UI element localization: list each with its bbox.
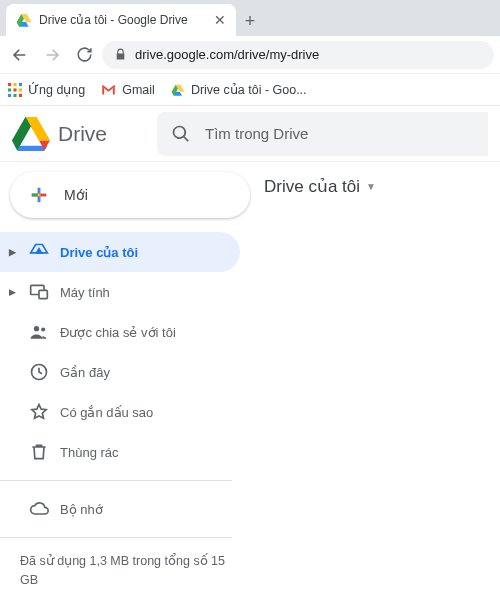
back-button[interactable] bbox=[6, 41, 34, 69]
chevron-down-icon: ▼ bbox=[366, 181, 376, 192]
close-tab-icon[interactable]: ✕ bbox=[214, 12, 226, 28]
svg-rect-5 bbox=[19, 88, 22, 91]
svg-point-11 bbox=[34, 326, 39, 331]
nav-label: Drive của tôi bbox=[60, 245, 228, 260]
url-text: drive.google.com/drive/my-drive bbox=[135, 47, 319, 62]
bookmark-gmail[interactable]: Gmail bbox=[101, 83, 155, 97]
gmail-label: Gmail bbox=[122, 83, 155, 97]
app-body: Mới ▶ Drive của tôi ▶ Máy tính bbox=[0, 162, 500, 591]
svg-rect-4 bbox=[13, 88, 16, 91]
plus-icon bbox=[26, 182, 52, 208]
drive-logo[interactable]: Drive bbox=[12, 117, 107, 151]
nav-label: Được chia sẻ với tôi bbox=[60, 325, 228, 340]
my-drive-icon bbox=[28, 242, 50, 262]
location-breadcrumb[interactable]: Drive của tôi ▼ bbox=[264, 176, 500, 197]
nav-label: Máy tính bbox=[60, 285, 228, 300]
storage-usage-text: Đã sử dụng 1,3 MB trong tổng số 15 GB bbox=[0, 546, 250, 590]
computers-icon bbox=[28, 282, 50, 302]
new-button[interactable]: Mới bbox=[10, 172, 250, 218]
nav-list: ▶ Drive của tôi ▶ Máy tính Được chia sẻ … bbox=[0, 232, 250, 472]
cloud-icon bbox=[28, 499, 50, 519]
drive-favicon bbox=[16, 12, 32, 28]
location-label: Drive của tôi bbox=[264, 176, 360, 197]
separator bbox=[0, 537, 232, 538]
bookmark-drive[interactable]: Drive của tôi - Goo... bbox=[171, 82, 307, 97]
nav-recent[interactable]: Gần đây bbox=[0, 352, 240, 392]
main-content: Drive của tôi ▼ bbox=[250, 162, 500, 591]
nav-my-drive[interactable]: ▶ Drive của tôi bbox=[0, 232, 240, 272]
app-header: Drive Tìm trong Drive bbox=[0, 106, 500, 162]
nav-trash[interactable]: Thùng rác bbox=[0, 432, 240, 472]
sidebar: Mới ▶ Drive của tôi ▶ Máy tính bbox=[0, 162, 250, 591]
browser-tab-strip: Drive của tôi - Google Drive ✕ + bbox=[0, 0, 500, 36]
star-icon bbox=[28, 402, 50, 422]
forward-button[interactable] bbox=[38, 41, 66, 69]
apps-shortcut[interactable]: Ứng dụng bbox=[8, 82, 85, 97]
recent-icon bbox=[28, 362, 50, 382]
expand-icon[interactable]: ▶ bbox=[6, 247, 18, 257]
nav-label: Thùng rác bbox=[60, 445, 228, 460]
browser-toolbar: drive.google.com/drive/my-drive bbox=[0, 36, 500, 74]
new-button-label: Mới bbox=[64, 187, 88, 203]
address-bar[interactable]: drive.google.com/drive/my-drive bbox=[102, 41, 494, 69]
bookmarks-bar: Ứng dụng Gmail Drive của tôi - Goo... bbox=[0, 74, 500, 106]
lock-icon bbox=[114, 48, 127, 61]
browser-tab[interactable]: Drive của tôi - Google Drive ✕ bbox=[6, 4, 236, 36]
trash-icon bbox=[28, 442, 50, 462]
nav-computers[interactable]: ▶ Máy tính bbox=[0, 272, 240, 312]
storage-section: Bộ nhớ bbox=[0, 489, 250, 529]
svg-rect-6 bbox=[8, 93, 11, 96]
new-tab-button[interactable]: + bbox=[236, 11, 264, 36]
svg-rect-8 bbox=[19, 93, 22, 96]
svg-rect-1 bbox=[13, 83, 16, 86]
drive-bookmark-label: Drive của tôi - Goo... bbox=[191, 82, 307, 97]
nav-storage[interactable]: Bộ nhớ bbox=[0, 489, 240, 529]
nav-starred[interactable]: Có gắn dấu sao bbox=[0, 392, 240, 432]
svg-rect-10 bbox=[39, 290, 47, 298]
apps-icon bbox=[8, 83, 22, 97]
expand-icon[interactable]: ▶ bbox=[6, 287, 18, 297]
separator bbox=[0, 480, 232, 481]
svg-rect-3 bbox=[8, 88, 11, 91]
svg-rect-7 bbox=[13, 93, 16, 96]
tab-title: Drive của tôi - Google Drive bbox=[39, 13, 207, 27]
nav-label: Gần đây bbox=[60, 365, 228, 380]
nav-label: Có gắn dấu sao bbox=[60, 405, 228, 420]
storage-label: Bộ nhớ bbox=[60, 502, 228, 517]
search-placeholder: Tìm trong Drive bbox=[205, 125, 308, 142]
svg-rect-0 bbox=[8, 83, 11, 86]
apps-label: Ứng dụng bbox=[28, 82, 85, 97]
product-name: Drive bbox=[58, 122, 107, 146]
svg-point-12 bbox=[41, 327, 45, 331]
svg-rect-2 bbox=[19, 83, 22, 86]
reload-button[interactable] bbox=[70, 41, 98, 69]
drive-icon bbox=[171, 83, 185, 97]
search-icon bbox=[171, 124, 191, 144]
shared-icon bbox=[28, 322, 50, 342]
search-box[interactable]: Tìm trong Drive bbox=[157, 112, 488, 156]
gmail-icon bbox=[101, 84, 116, 96]
nav-shared[interactable]: Được chia sẻ với tôi bbox=[0, 312, 240, 352]
